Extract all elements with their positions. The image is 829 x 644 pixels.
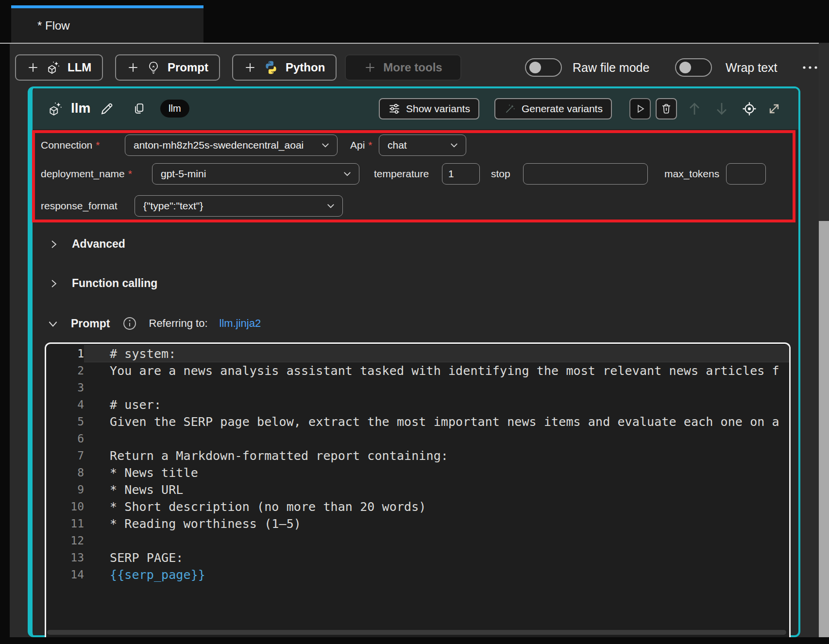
lightbulb-icon (146, 60, 161, 75)
connection-value: anton-mh8zh25s-swedencentral_aoai (134, 139, 321, 151)
line-number: 4 (46, 396, 84, 413)
chevron-down-icon (342, 169, 352, 179)
required-marker: * (128, 168, 132, 180)
prompt-section-header[interactable]: Prompt Referring to: llm.jinja2 (47, 316, 261, 331)
max-tokens-label: max_tokens (664, 163, 719, 185)
required-marker: * (96, 139, 100, 151)
code-lines: 1# system:2You are a news analysis assis… (46, 345, 789, 583)
raw-file-mode-toggle[interactable] (525, 58, 562, 77)
line-number: 1 (46, 345, 84, 362)
code-line[interactable]: 7Return a Markdown-formatted report cont… (46, 447, 789, 464)
llm-cube-sparkle-icon (46, 60, 61, 75)
api-label: Api* (350, 135, 372, 156)
window-bottom-edge (0, 637, 829, 644)
line-text: * News title (84, 464, 789, 481)
advanced-section-header[interactable]: Advanced (48, 237, 125, 251)
code-line[interactable]: 4# user: (46, 396, 789, 413)
stop-input[interactable] (523, 163, 648, 185)
toggle-knob (679, 62, 691, 73)
add-llm-button[interactable]: LLM (15, 54, 103, 81)
temperature-input[interactable] (442, 163, 480, 185)
line-text: # system: (84, 345, 789, 362)
line-number: 3 (46, 379, 84, 396)
line-number: 11 (46, 515, 84, 532)
tab-flow-label: * Flow (37, 19, 70, 33)
node-type-badge: llm (160, 100, 189, 118)
deployment-name-dropdown[interactable]: gpt-5-mini (152, 163, 359, 185)
editor-horizontal-scrollbar[interactable] (47, 630, 786, 635)
code-line[interactable]: 14{{serp_page}} (46, 566, 789, 583)
edit-pencil-icon[interactable] (100, 102, 114, 116)
code-line[interactable]: 13SERP PAGE: (46, 549, 789, 566)
referring-to-label: Referring to: (149, 317, 208, 330)
add-prompt-button[interactable]: Prompt (115, 54, 220, 81)
code-line[interactable]: 11* Reading worthiness (1–5) (46, 515, 789, 532)
add-python-button[interactable]: Python (232, 54, 337, 81)
plus-icon (127, 61, 139, 74)
chevron-down-icon (449, 140, 459, 150)
sliders-icon (388, 102, 401, 115)
code-line[interactable]: 5Given the SERP page below, extract the … (46, 413, 789, 430)
prompt-code-editor[interactable]: 1# system:2You are a news analysis assis… (45, 342, 791, 637)
chevron-right-icon (48, 238, 59, 250)
line-number: 6 (46, 430, 84, 447)
raw-file-mode-label: Raw file mode (573, 54, 649, 81)
line-text: * News URL (84, 481, 789, 498)
locate-target-icon[interactable] (741, 101, 758, 117)
line-text: Given the SERP page below, extract the m… (84, 413, 789, 430)
window: * Flow LLM Prompt Python More tools Raw … (0, 0, 829, 644)
code-line[interactable]: 1# system: (46, 345, 789, 362)
connection-dropdown[interactable]: anton-mh8zh25s-swedencentral_aoai (125, 135, 338, 156)
run-node-button[interactable] (629, 98, 651, 119)
expand-icon[interactable] (766, 101, 782, 117)
line-number: 8 (46, 464, 84, 481)
line-text: * Short description (no more than 20 wor… (84, 498, 789, 515)
move-down-icon[interactable] (713, 100, 730, 118)
generate-variants-button[interactable]: Generate variants (494, 98, 612, 119)
code-line[interactable]: 8* News title (46, 464, 789, 481)
add-llm-label: LLM (68, 61, 91, 74)
add-prompt-label: Prompt (168, 61, 208, 74)
delete-node-button[interactable] (656, 98, 677, 119)
line-text: {{serp_page}} (84, 566, 789, 583)
line-number: 9 (46, 481, 84, 498)
response-format-dropdown[interactable]: {"type":"text"} (135, 195, 343, 217)
line-number: 12 (46, 532, 84, 549)
response-format-label: response_format (41, 195, 118, 217)
more-tools-label: More tools (383, 61, 442, 74)
function-calling-section-header[interactable]: Function calling (48, 277, 157, 290)
chevron-down-icon (321, 140, 330, 150)
plus-icon (364, 61, 376, 74)
line-number: 2 (46, 362, 84, 379)
line-text: SERP PAGE: (84, 549, 789, 566)
referring-file-link[interactable]: llm.jinja2 (220, 317, 261, 330)
scrollbar-thumb[interactable] (819, 221, 829, 637)
line-text (84, 379, 789, 396)
line-text: * Reading worthiness (1–5) (84, 515, 789, 532)
trash-icon (660, 103, 672, 115)
code-line[interactable]: 6 (46, 430, 789, 447)
required-marker: * (368, 139, 372, 151)
code-line[interactable]: 10* Short description (no more than 20 w… (46, 498, 789, 515)
wrap-text-toggle[interactable] (675, 58, 712, 77)
more-tools-button[interactable]: More tools (345, 54, 461, 81)
line-number: 10 (46, 498, 84, 515)
code-line[interactable]: 3 (46, 379, 789, 396)
code-line[interactable]: 2You are a news analysis assistant taske… (46, 362, 789, 379)
chevron-right-icon (48, 278, 59, 289)
deployment-name-label: deployment_name* (41, 163, 132, 185)
show-variants-button[interactable]: Show variants (379, 98, 479, 119)
code-line[interactable]: 9* News URL (46, 481, 789, 498)
info-icon[interactable] (122, 316, 137, 331)
copy-icon[interactable] (132, 102, 146, 116)
more-options-icon[interactable] (800, 60, 820, 75)
node-title: llm (71, 95, 90, 121)
max-tokens-input[interactable] (726, 163, 766, 185)
move-up-icon[interactable] (686, 100, 703, 118)
api-dropdown[interactable]: chat (379, 135, 466, 156)
llm-cube-sparkle-icon (48, 101, 63, 117)
tab-flow[interactable]: * Flow (11, 5, 203, 43)
code-line[interactable]: 12 (46, 532, 789, 549)
generate-variants-label: Generate variants (522, 103, 603, 115)
line-text (84, 430, 789, 447)
